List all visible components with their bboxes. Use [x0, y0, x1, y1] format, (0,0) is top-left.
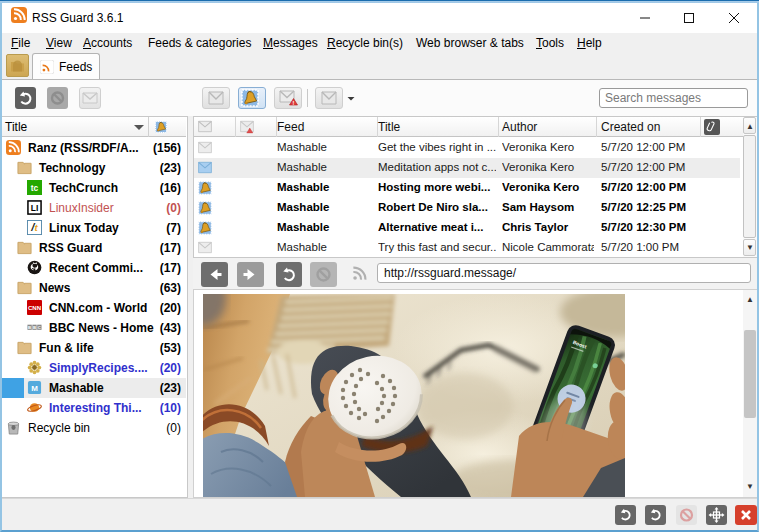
svg-text:!: ! [293, 100, 295, 106]
svg-text:tc: tc [31, 183, 39, 193]
svg-text:M: M [31, 384, 38, 393]
svg-text:C: C [38, 325, 41, 330]
svg-text:LI: LI [31, 203, 38, 213]
svg-text:CNN: CNN [28, 304, 41, 311]
svg-text:B: B [33, 325, 36, 330]
svg-text:B: B [28, 325, 31, 330]
